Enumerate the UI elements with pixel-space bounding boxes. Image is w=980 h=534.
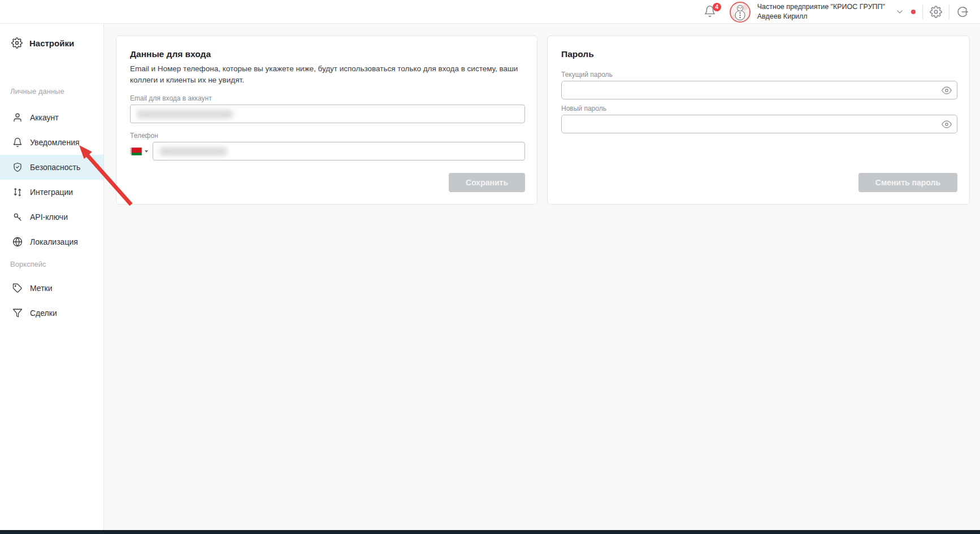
save-button[interactable]: Сохранить xyxy=(449,173,525,192)
sidebar-item-label: API-ключи xyxy=(30,212,68,222)
password-card: Пароль Текущий пароль Новый пароль Смени… xyxy=(547,36,970,205)
sidebar-item-localization[interactable]: Локализация xyxy=(0,229,103,254)
globe-icon xyxy=(12,237,23,247)
sidebar-item-label: Метки xyxy=(30,284,53,293)
sidebar-item-label: Локализация xyxy=(30,237,78,246)
divider xyxy=(949,5,949,19)
sidebar-item-account[interactable]: Аккаунт xyxy=(0,105,103,130)
avatar[interactable] xyxy=(730,2,751,23)
sidebar-item-integrations[interactable]: Интеграции xyxy=(0,180,103,205)
settings-page: 4 Частное предприятие " xyxy=(0,0,980,534)
tag-icon xyxy=(12,283,23,293)
sidebar-item-label: Безопасность xyxy=(30,163,80,172)
key-icon xyxy=(12,212,23,222)
user-name: Авдеев Кирилл xyxy=(757,12,885,22)
sidebar-item-notifications[interactable]: Уведомления xyxy=(0,130,103,155)
card-title: Пароль xyxy=(561,49,957,59)
flag-caret-icon xyxy=(145,150,148,153)
section-label-personal: Личные данные xyxy=(0,86,103,97)
login-data-card: Данные для входа Email и Номер телефона,… xyxy=(116,36,537,205)
integrations-icon xyxy=(12,187,23,197)
funnel-icon xyxy=(12,308,23,318)
belarus-flag-icon xyxy=(130,147,142,155)
header-right-cluster: 4 Частное предприятие " xyxy=(704,0,969,24)
new-password-label: Новый пароль xyxy=(561,105,957,112)
sidebar-item-label: Интеграции xyxy=(30,188,73,197)
redacted-email-value xyxy=(136,110,233,119)
eye-icon[interactable] xyxy=(942,119,952,129)
sidebar-title: Настройки xyxy=(0,33,103,53)
bell-icon xyxy=(12,137,23,147)
main-content: Данные для входа Email и Номер телефона,… xyxy=(104,24,980,530)
card-description: Email и Номер телефона, которые вы укаже… xyxy=(130,63,520,85)
sidebar-item-security[interactable]: Безопасность xyxy=(0,155,103,180)
notifications-button[interactable]: 4 xyxy=(704,5,717,19)
settings-sidebar: Настройки Личные данные Аккаунт Уведомле… xyxy=(0,24,104,530)
new-password-input[interactable] xyxy=(561,115,957,133)
phone-label: Телефон xyxy=(130,132,525,140)
email-input[interactable] xyxy=(130,105,525,123)
new-password-wrap xyxy=(561,115,957,133)
eye-icon[interactable] xyxy=(942,85,952,95)
company-name: Частное предприятие "КРИОС ГРУПП" xyxy=(757,2,885,12)
country-code-selector[interactable] xyxy=(130,147,148,155)
redacted-phone-value xyxy=(159,147,228,156)
shield-check-icon xyxy=(12,162,23,172)
sidebar-item-label: Сделки xyxy=(30,309,57,318)
user-icon xyxy=(12,112,23,123)
card-title: Данные для входа xyxy=(130,49,525,59)
logout-icon[interactable] xyxy=(956,6,969,18)
current-password-input[interactable] xyxy=(561,81,957,99)
sidebar-item-label: Аккаунт xyxy=(30,113,59,122)
status-dot xyxy=(911,10,916,14)
sidebar-item-label: Уведомления xyxy=(30,138,80,147)
change-password-button[interactable]: Сменить пароль xyxy=(858,173,957,192)
divider xyxy=(922,5,923,19)
chevron-down-icon[interactable] xyxy=(895,7,904,16)
email-label: Email для входа в аккаунт xyxy=(130,94,525,102)
sidebar-title-label: Настройки xyxy=(29,38,74,48)
current-password-label: Текущий пароль xyxy=(561,71,957,79)
sidebar-item-tags[interactable]: Метки xyxy=(0,276,103,301)
current-password-wrap xyxy=(561,81,957,99)
phone-input[interactable] xyxy=(153,142,525,160)
sidebar-item-api-keys[interactable]: API-ключи xyxy=(0,205,103,229)
phone-row xyxy=(130,142,525,160)
account-switcher[interactable]: Частное предприятие "КРИОС ГРУПП" Авдеев… xyxy=(757,2,885,22)
notification-count-badge: 4 xyxy=(713,3,721,11)
bottom-bar xyxy=(0,530,980,534)
top-header: 4 Частное предприятие " xyxy=(0,0,980,24)
sidebar-item-deals[interactable]: Сделки xyxy=(0,301,103,325)
gear-icon[interactable] xyxy=(930,6,942,18)
section-label-workspace: Воркспейс xyxy=(0,259,103,270)
gear-icon xyxy=(11,37,23,49)
